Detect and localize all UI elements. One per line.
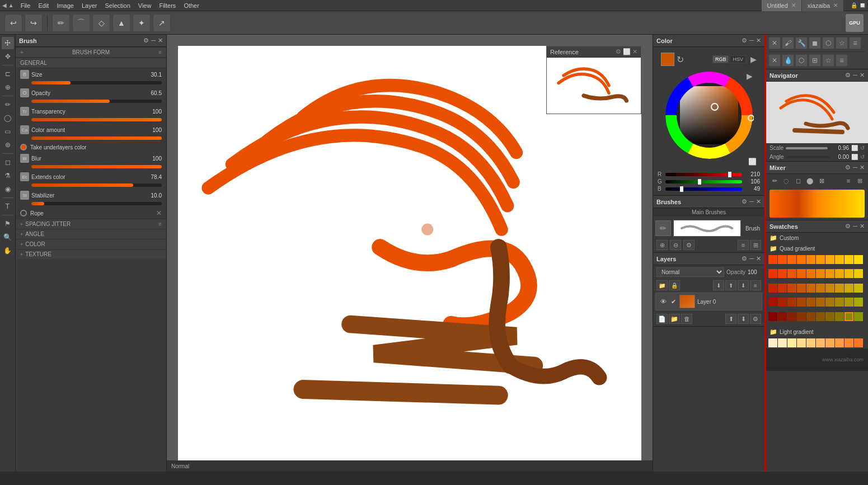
fr-btn-13[interactable]: ≡ [836,54,848,67]
layer-new-btn[interactable]: 📄 [656,314,668,324]
toolbar-curve[interactable]: ⌒ [72,14,90,32]
layer-move-down-btn[interactable]: ⬇ [738,314,749,324]
tool-lasso[interactable]: ⊏ [2,68,14,80]
tool-bucket[interactable]: ⚗ [2,169,14,182]
swatch-cell[interactable] [778,255,787,264]
swatch-cell[interactable] [768,269,777,278]
swatch-cell[interactable] [835,338,844,347]
canvas-area[interactable]: Reference ⚙ ⬜ ✕ Normal [167,35,653,472]
brush-icon-1[interactable]: ✏ [655,220,671,236]
color-close-icon[interactable]: ✕ [756,37,761,44]
fr-btn-9[interactable]: 💧 [782,54,794,67]
fr-btn-10[interactable]: ⬡ [795,54,808,67]
layer-merge-btn-2[interactable]: ⬆ [725,280,736,290]
swatch-cell[interactable] [825,284,834,293]
mixer-smudge-icon[interactable]: ◌ [781,176,791,186]
brush-settings-btn[interactable]: ⚙ [683,240,695,250]
brush-grid-view-btn[interactable]: ⊞ [750,240,761,250]
swatch-cell[interactable] [816,338,825,347]
swatches-settings-icon[interactable]: ⚙ [845,223,851,230]
menu-layer[interactable]: Layer [78,1,101,10]
swatch-cell[interactable] [787,312,796,321]
underlayers-checkbox-row[interactable]: Take underlayers color [16,142,166,152]
layer-settings-btn[interactable]: ⚙ [750,314,761,324]
swatch-cell[interactable] [787,255,796,264]
swatch-cell[interactable] [835,298,844,307]
brush-general-section[interactable]: GENERAL [16,58,166,68]
swatch-cell[interactable] [825,338,834,347]
tool-pen[interactable]: ✏ [2,98,14,111]
menu-filters[interactable]: Filters [156,1,179,10]
navigator-settings-icon[interactable]: ⚙ [845,72,851,79]
swatch-cell[interactable] [816,284,825,293]
rope-checkbox[interactable] [20,210,27,216]
swatch-quad-header[interactable]: 📁 Quad gradient [766,243,868,254]
navigator-minimize-icon[interactable]: ─ [853,72,857,79]
b-thumb[interactable] [680,186,683,192]
swatch-cell[interactable] [806,298,815,307]
swatch-cell[interactable] [854,255,863,264]
layer-add-folder-btn[interactable]: 📁 [656,280,668,290]
tool-rect[interactable]: ▭ [2,125,14,138]
layers-settings-icon[interactable]: ⚙ [742,255,747,262]
brush-form-expand[interactable]: + [20,49,24,55]
swatch-cell[interactable] [778,269,787,278]
size-track[interactable] [31,81,162,84]
swatch-cell[interactable] [797,269,806,278]
toolbar-pen[interactable]: ✏ [52,14,70,32]
tab-untitled[interactable]: Untitled ✕ [762,0,802,11]
swatch-cell[interactable] [816,255,825,264]
swatch-cell[interactable] [806,269,815,278]
color-wheel-svg[interactable] [664,70,754,160]
extends-color-track[interactable] [31,183,162,187]
reference-windowed-icon[interactable]: ⬜ [623,48,631,55]
tool-spray[interactable]: ⊛ [2,139,14,151]
swatch-cell[interactable] [825,269,834,278]
brushes-settings-icon[interactable]: ⚙ [742,198,747,205]
swatch-cell[interactable] [787,284,796,293]
extends-color-slider-container[interactable] [16,183,166,189]
r-thumb[interactable] [728,172,731,177]
swatch-cell-selected[interactable] [844,312,853,321]
layer-merge-btn-4[interactable]: ≡ [750,280,761,290]
color-minimize-icon[interactable]: ─ [749,37,754,44]
nav-scale-track[interactable] [786,147,830,149]
brush-minimize-icon[interactable]: ─ [151,37,156,44]
swatch-cell[interactable] [797,312,806,321]
mixer-eraser-icon[interactable]: ◻ [793,176,803,186]
swatch-cell[interactable] [797,338,806,347]
toolbar-undo[interactable]: ↩ [4,14,22,32]
swatch-cell[interactable] [778,284,787,293]
nav-scale-reset-icon[interactable]: ↺ [860,145,865,151]
swatch-cell[interactable] [797,255,806,264]
mixer-fill-icon[interactable]: ⬤ [805,176,815,186]
hsv-mode-btn[interactable]: HSV [730,55,746,63]
opacity-track[interactable] [31,100,162,103]
stabilizer-slider-container[interactable] [16,201,166,208]
brush-close-icon[interactable]: ✕ [158,37,163,44]
color-settings-icon[interactable]: ⚙ [742,37,747,44]
mixer-close-icon[interactable]: ✕ [860,164,865,171]
navigator-close-icon[interactable]: ✕ [860,72,865,79]
swatch-cell[interactable] [835,312,844,321]
swatch-cell[interactable] [816,312,825,321]
layer-lock-icon[interactable]: ✔ [669,298,677,305]
swatch-cell[interactable] [778,338,787,347]
reference-settings-icon[interactable]: ⚙ [616,48,621,55]
menu-other[interactable]: Other [180,1,203,10]
menu-selection[interactable]: Selection [102,1,134,10]
swatch-cell[interactable] [854,269,863,278]
brush-form-section[interactable]: + BRUSH FORM ≡ [16,47,166,58]
menu-view[interactable]: View [135,1,155,10]
navigator-preview[interactable] [766,82,868,143]
layer-visibility-icon[interactable]: 👁 [659,298,667,305]
layers-minimize-icon[interactable]: ─ [749,255,754,262]
nav-angle-reset-icon[interactable]: ↺ [860,154,865,160]
tool-hand[interactable]: ✋ [2,244,14,257]
tool-text[interactable]: T [2,200,14,213]
nav-scale-expand-icon[interactable]: ⬜ [851,145,858,151]
swatches-close-icon[interactable]: ✕ [860,223,865,230]
swatch-cell[interactable] [787,298,796,307]
menu-file[interactable]: File [17,1,34,10]
mixer-preview[interactable] [770,190,865,218]
